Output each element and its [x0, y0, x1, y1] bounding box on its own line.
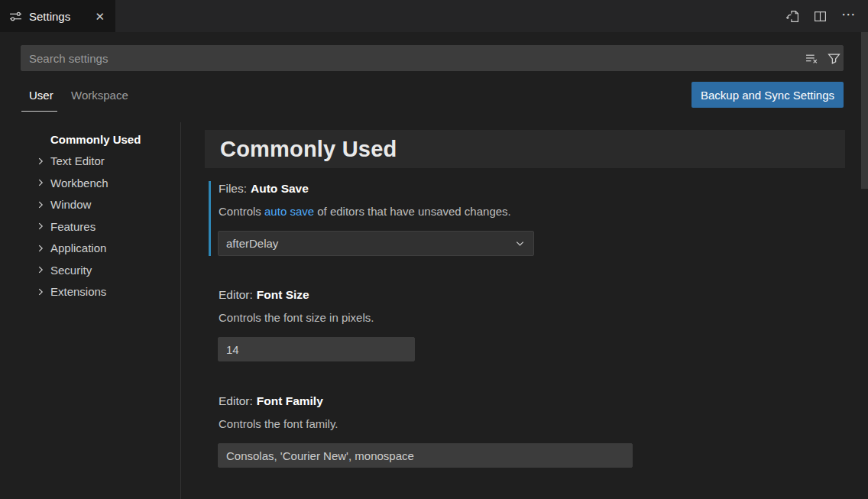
settings-tree: Commonly Used Text Editor Workbench Wind…	[0, 128, 180, 303]
more-actions-icon[interactable]: ⋯	[841, 7, 857, 26]
setting-category: Editor:	[219, 394, 253, 407]
sidebar-item-extensions[interactable]: Extensions	[0, 281, 180, 303]
chevron-down-icon	[514, 238, 526, 249]
sidebar-item-application[interactable]: Application	[0, 238, 180, 260]
sidebar-item-commonly-used[interactable]: Commonly Used	[0, 128, 180, 151]
sidebar-item-text-editor[interactable]: Text Editor	[0, 151, 180, 173]
sidebar-item-security[interactable]: Security	[0, 259, 180, 281]
close-tab-icon[interactable]: ✕	[93, 9, 106, 24]
description-text: Controls the font size in pixels.	[219, 311, 374, 324]
sidebar-item-label: Workbench	[50, 177, 108, 190]
setting-name: Font Size	[257, 288, 309, 301]
tab-settings[interactable]: Settings ✕	[0, 0, 115, 32]
search-input[interactable]	[21, 45, 844, 71]
setting-category: Editor:	[219, 288, 253, 301]
select-value: afterDelay	[226, 237, 278, 250]
auto-save-link[interactable]: auto save	[264, 205, 314, 218]
sidebar-item-features[interactable]: Features	[0, 215, 180, 238]
clear-search-icon[interactable]	[805, 52, 818, 65]
settings-editor-window: Settings ✕ ⋯	[0, 0, 868, 499]
active-scope-underline	[21, 111, 57, 112]
setting-description-auto-save: Controls auto save of editors that have …	[219, 205, 511, 218]
description-text: of editors that have unsaved changes.	[314, 205, 511, 218]
backup-and-sync-button[interactable]: Backup and Sync Settings	[691, 82, 844, 108]
font-family-input[interactable]	[218, 443, 633, 468]
tab-workspace[interactable]: Workspace	[71, 89, 128, 102]
chevron-right-icon	[35, 177, 50, 188]
split-editor-icon[interactable]	[814, 10, 827, 23]
description-text: Controls the font family.	[219, 417, 338, 430]
sidebar-item-workbench[interactable]: Workbench	[0, 172, 180, 194]
chevron-right-icon	[35, 243, 50, 254]
setting-label-font-family: Editor:Font Family	[219, 394, 323, 408]
tab-user[interactable]: User	[29, 89, 53, 102]
chevron-right-icon	[35, 156, 50, 167]
sidebar-item-label: Application	[50, 241, 106, 254]
page-title: Commonly Used	[220, 137, 397, 162]
sidebar-item-window[interactable]: Window	[0, 194, 180, 216]
search-toolbar	[805, 45, 840, 71]
chevron-right-icon	[35, 221, 50, 232]
editor-tab-bar: Settings ✕ ⋯	[0, 0, 868, 32]
chevron-right-icon	[35, 264, 50, 275]
sidebar-item-label: Features	[50, 220, 96, 233]
settings-sliders-icon	[9, 10, 22, 23]
setting-category: Files:	[219, 182, 247, 195]
setting-label-auto-save: Files:Auto Save	[219, 182, 309, 196]
setting-label-font-size: Editor:Font Size	[219, 288, 309, 302]
tab-title: Settings	[29, 10, 70, 23]
setting-name: Font Family	[257, 394, 323, 407]
setting-description-font-family: Controls the font family.	[219, 417, 338, 430]
description-text: Controls	[219, 205, 264, 218]
chevron-right-icon	[35, 199, 50, 210]
sidebar-item-label: Extensions	[50, 285, 106, 298]
auto-save-select[interactable]: afterDelay	[218, 231, 534, 256]
editor-actions: ⋯	[786, 0, 857, 32]
setting-description-font-size: Controls the font size in pixels.	[219, 311, 374, 324]
sidebar-item-label: Commonly Used	[50, 133, 141, 146]
scrollbar-thumb[interactable]	[861, 32, 868, 189]
modified-indicator	[209, 181, 211, 256]
setting-name: Auto Save	[251, 182, 309, 195]
filter-icon[interactable]	[828, 52, 840, 65]
section-header: Commonly Used	[205, 130, 845, 168]
sidebar-item-label: Window	[50, 198, 91, 211]
open-settings-json-icon[interactable]	[786, 10, 799, 23]
sidebar-item-label: Security	[50, 264, 92, 277]
spacer	[35, 134, 50, 144]
sidebar-divider	[180, 122, 181, 499]
font-size-input[interactable]	[218, 337, 415, 361]
chevron-right-icon	[35, 287, 50, 297]
sidebar-item-label: Text Editor	[50, 154, 105, 167]
